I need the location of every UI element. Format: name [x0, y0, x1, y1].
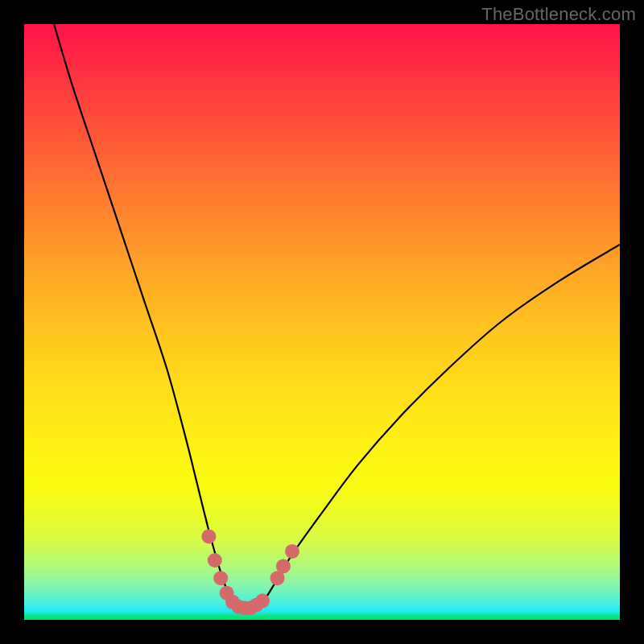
- marker-point: [276, 559, 291, 573]
- marker-point: [255, 593, 270, 608]
- marker-point: [285, 544, 299, 559]
- plot-area: [24, 24, 620, 620]
- chart-svg: [24, 24, 620, 620]
- bottleneck-curve-path: [54, 24, 620, 609]
- marker-group: [201, 529, 299, 615]
- marker-point: [213, 571, 228, 585]
- chart-frame: TheBottleneck.com: [0, 0, 644, 644]
- marker-point: [208, 553, 222, 568]
- marker-point: [201, 529, 216, 543]
- watermark-text: TheBottleneck.com: [481, 4, 636, 25]
